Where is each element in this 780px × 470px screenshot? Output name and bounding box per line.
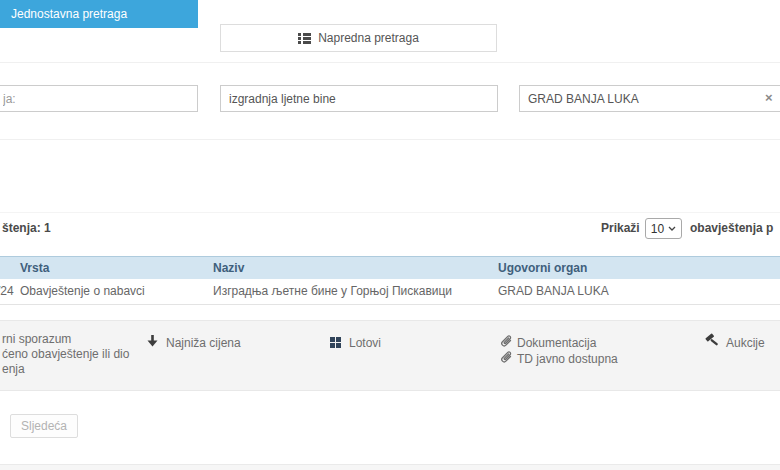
legend-documentation-label: Dokumentacija xyxy=(517,336,596,350)
divider-under-tabs xyxy=(0,62,780,63)
tab-advanced-search-label: Napredna pretraga xyxy=(318,31,419,45)
divider-above-results xyxy=(0,212,780,213)
paperclip-icon xyxy=(499,334,513,348)
clear-authority-icon[interactable]: × xyxy=(765,90,773,106)
results-table-header: Vrsta Naziv Ugovorni organ xyxy=(0,256,780,279)
tab-simple-search[interactable]: Jednostavna pretraga xyxy=(0,0,198,28)
legend-framework-fragment: rni sporazum xyxy=(2,332,129,347)
legend-lowest-price-label: Najniža cijena xyxy=(166,336,241,350)
subject-search-input[interactable] xyxy=(220,85,498,112)
row-vrsta: Obavještenje o nabavci xyxy=(20,279,145,304)
paperclip-blue-icon xyxy=(499,350,513,364)
legend-td-public-label: TD javno dostupna xyxy=(517,352,618,366)
row-ugovorni-organ: GRAD BANJA LUKA xyxy=(498,279,609,304)
header-naziv: Naziv xyxy=(213,257,244,279)
search-page: Jednostavna pretraga Napredna pretraga ×… xyxy=(0,0,780,470)
contracting-authority-input[interactable] xyxy=(519,85,780,112)
legend-cancelled-fragment-2: enja xyxy=(2,362,129,377)
show-label: Prikaži xyxy=(601,221,640,235)
table-row[interactable]: /24 Obavještenje o nabavci Изградња љетн… xyxy=(0,279,780,305)
divider-under-filters xyxy=(0,139,780,140)
legend-bar: rni sporazum ćeno obavještenje ili dio e… xyxy=(0,320,780,391)
table-list-icon xyxy=(298,33,311,44)
lots-grid-icon xyxy=(330,337,341,348)
chevron-down-icon xyxy=(668,226,676,231)
next-page-button[interactable]: Sljedeća xyxy=(10,414,78,438)
row-naziv: Изградња љетне бине у Горњој Пискавици xyxy=(213,279,452,304)
legend-cancelled-fragment: ćeno obavještenje ili dio xyxy=(2,347,129,362)
header-ugovorni-organ: Ugovorni organ xyxy=(498,257,587,279)
notice-number-input[interactable] xyxy=(0,85,198,112)
page-size-select[interactable]: 10 xyxy=(645,218,682,239)
tab-simple-search-label: Jednostavna pretraga xyxy=(11,7,127,21)
gavel-icon xyxy=(704,333,720,348)
page-size-value: 10 xyxy=(651,222,664,236)
results-count-text: štenja: 1 xyxy=(2,221,51,235)
per-page-text: obavještenja p xyxy=(690,221,773,235)
next-page-label: Sljedeća xyxy=(21,419,67,433)
row-notice-number-fragment: /24 xyxy=(0,279,14,304)
legend-left-column: rni sporazum ćeno obavještenje ili dio e… xyxy=(2,332,129,377)
arrow-down-icon xyxy=(147,335,158,347)
footer-band xyxy=(0,464,780,470)
legend-lots-label: Lotovi xyxy=(349,336,381,350)
header-vrsta: Vrsta xyxy=(20,257,49,279)
tab-advanced-search[interactable]: Napredna pretraga xyxy=(220,24,497,52)
legend-auctions-label: Aukcije xyxy=(726,336,765,350)
